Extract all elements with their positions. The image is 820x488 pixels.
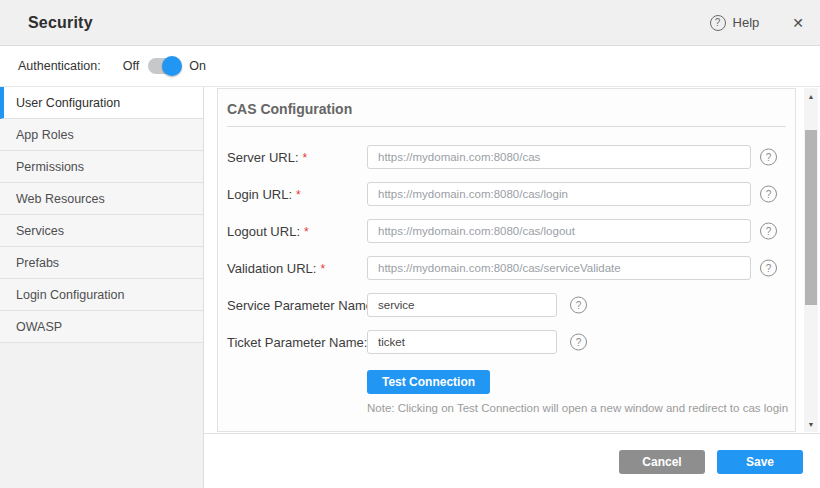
security-dialog: Security ? Help ✕ Authentication: Off On… (0, 0, 820, 488)
sidebar-item-services[interactable]: Services (0, 215, 203, 247)
authentication-label: Authentication: (18, 59, 101, 73)
sidebar-item-web-resources[interactable]: Web Resources (0, 183, 203, 215)
sidebar-item-label: Web Resources (16, 192, 105, 206)
page-title: Security (28, 14, 93, 32)
ticket-parameter-input[interactable] (367, 330, 557, 354)
help-link[interactable]: Help (733, 15, 760, 30)
login-url-label: Login URL:* (227, 186, 301, 201)
form: Server URL:* ? Login URL:* ? Logout URL:… (218, 127, 795, 360)
test-connection-button[interactable]: Test Connection (367, 370, 490, 394)
cancel-button[interactable]: Cancel (619, 450, 705, 474)
toggle-off-label: Off (123, 59, 139, 73)
scroll-down-icon[interactable]: ▼ (804, 418, 818, 430)
validation-url-row: Validation URL:* ? (218, 249, 795, 286)
required-asterisk: * (320, 261, 325, 275)
sidebar-item-label: Permissions (16, 160, 84, 174)
validation-url-label: Validation URL:* (227, 260, 325, 275)
ticket-parameter-help-icon[interactable]: ? (570, 333, 587, 350)
authentication-bar: Authentication: Off On (0, 46, 820, 87)
close-icon[interactable]: ✕ (792, 15, 804, 31)
sidebar-item-user-configuration[interactable]: User Configuration (0, 87, 203, 119)
sidebar-item-permissions[interactable]: Permissions (0, 151, 203, 183)
panel-title: CAS Configuration (218, 89, 795, 126)
server-url-row: Server URL:* ? (218, 138, 795, 175)
scrollbar-thumb[interactable] (805, 130, 817, 305)
service-parameter-label: Service Parameter Name:* (227, 297, 382, 312)
validation-url-input[interactable] (367, 256, 751, 280)
sidebar-item-prefabs[interactable]: Prefabs (0, 247, 203, 279)
service-parameter-row: Service Parameter Name:* ? (218, 286, 795, 323)
sidebar-item-label: User Configuration (16, 96, 120, 110)
sidebar-item-label: Login Configuration (16, 288, 124, 302)
test-connection-note: Note: Clicking on Test Connection will o… (218, 402, 795, 414)
ticket-parameter-row: Ticket Parameter Name:* ? (218, 323, 795, 360)
toggle-on-label: On (189, 59, 206, 73)
required-asterisk: * (303, 150, 308, 164)
sidebar-item-label: Prefabs (16, 256, 59, 270)
login-url-help-icon[interactable]: ? (760, 185, 777, 202)
sidebar-item-label: Services (16, 224, 64, 238)
login-url-row: Login URL:* ? (218, 175, 795, 212)
sidebar: User Configuration App Roles Permissions… (0, 87, 204, 488)
sidebar-item-label: App Roles (16, 128, 74, 142)
test-connection-row: Test Connection (218, 370, 795, 394)
server-url-label: Server URL:* (227, 149, 307, 164)
dialog-footer: Cancel Save (204, 433, 820, 488)
vertical-scrollbar[interactable]: ▲ ▼ (804, 88, 818, 432)
required-asterisk: * (304, 224, 309, 238)
dialog-body: User Configuration App Roles Permissions… (0, 87, 820, 488)
server-url-input[interactable] (367, 145, 751, 169)
cas-configuration-panel: CAS Configuration Server URL:* ? Login U… (217, 88, 796, 432)
login-url-input[interactable] (367, 182, 751, 206)
scroll-up-icon[interactable]: ▲ (804, 90, 818, 102)
validation-url-help-icon[interactable]: ? (760, 259, 777, 276)
sidebar-item-app-roles[interactable]: App Roles (0, 119, 203, 151)
toggle-knob (162, 56, 182, 76)
ticket-parameter-label: Ticket Parameter Name:* (227, 334, 373, 349)
sidebar-item-owasp[interactable]: OWASP (0, 311, 203, 343)
required-asterisk: * (296, 187, 301, 201)
save-button[interactable]: Save (717, 450, 803, 474)
logout-url-help-icon[interactable]: ? (760, 222, 777, 239)
service-parameter-input[interactable] (367, 293, 557, 317)
server-url-help-icon[interactable]: ? (760, 148, 777, 165)
header-actions: ? Help ✕ (710, 15, 804, 31)
service-parameter-help-icon[interactable]: ? (570, 296, 587, 313)
main-content: CAS Configuration Server URL:* ? Login U… (204, 87, 820, 488)
sidebar-item-login-configuration[interactable]: Login Configuration (0, 279, 203, 311)
logout-url-label: Logout URL:* (227, 223, 309, 238)
help-icon[interactable]: ? (710, 15, 726, 31)
authentication-toggle[interactable] (148, 58, 180, 74)
dialog-header: Security ? Help ✕ (0, 0, 820, 46)
sidebar-item-label: OWASP (16, 320, 62, 334)
logout-url-row: Logout URL:* ? (218, 212, 795, 249)
logout-url-input[interactable] (367, 219, 751, 243)
